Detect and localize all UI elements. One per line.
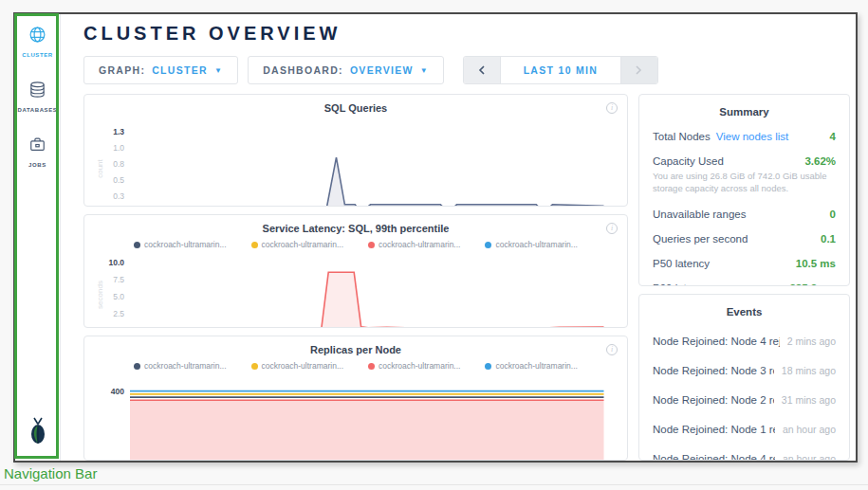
legend-label: cockroach-ultramarin... [262,361,343,371]
svg-text:0.5: 0.5 [113,175,124,185]
event-time: 31 mins ago [782,394,836,406]
chevron-down-icon: ▼ [420,66,429,75]
svg-text:0.8: 0.8 [113,159,124,169]
event-time: an hour ago [783,424,836,435]
legend-dot [134,242,140,248]
chevron-down-icon: ▼ [214,66,223,75]
sidebar-nav: CLUSTER DATABASES JOBS [18,26,58,191]
globe-icon [28,26,46,47]
svg-text:seconds: seconds [96,281,104,309]
summary-value: 0.1 [821,233,836,245]
replicas-per-node-card: Replicas per Nodei cockroach-ultramarin.… [83,336,628,461]
event-text: Node Rejoined: Node 4 rej... [653,336,780,347]
legend-dot [134,363,140,370]
svg-text:0.0: 0.0 [113,326,124,328]
summary-row: P99 latency285.2 ms [653,282,836,287]
summary-row: Unavailable ranges0 [653,209,836,220]
svg-text:2.5: 2.5 [113,309,124,318]
sidebar-item-databases[interactable]: DATABASES [18,81,58,113]
content-columns: SQL Queriesi0.00.30.50.81.01.314:4014:41… [83,94,850,461]
legend-item[interactable]: cockroach-ultramarin... [485,361,577,371]
timerange-prev-button[interactable] [464,57,500,83]
sidebar-item-cluster[interactable]: CLUSTER [18,26,58,58]
view-nodes-link[interactable]: View nodes list [716,131,789,142]
event-row: Node Rejoined: Node 2 rej... 31 mins ago [653,394,836,406]
dashboard-dropdown[interactable]: DASHBOARD: OVERVIEW ▼ [248,56,444,84]
svg-text:10.0: 10.0 [108,259,124,268]
svg-text:1.0: 1.0 [113,143,124,153]
legend-item[interactable]: cockroach-ultramarin... [485,240,577,249]
legend-label: cockroach-ultramarin... [144,240,226,249]
dashboard-dropdown-label: DASHBOARD: [263,64,343,76]
legend-dot [485,242,491,248]
toolbar: GRAPH: CLUSTER ▼ DASHBOARD: OVERVIEW ▼ L… [83,56,850,84]
svg-text:7.5: 7.5 [113,276,124,285]
sidebar-item-jobs[interactable]: JOBS [18,136,58,168]
svg-text:5.0: 5.0 [113,293,124,302]
legend-item[interactable]: cockroach-ultramarin... [368,361,460,371]
chart-title: Service Latency: SQL, 99th percentile [94,223,618,234]
event-text: Node Rejoined: Node 4 rej... [653,453,775,461]
summary-label: P99 latency [653,282,710,287]
timerange-next-button[interactable] [621,57,657,83]
legend-dot [251,242,258,248]
chevron-left-icon [478,65,485,75]
replicas-per-node-chart: 40014:4014:4114:4214:4314:4414:4514:4614… [94,374,618,461]
graph-dropdown[interactable]: GRAPH: CLUSTER ▼ [83,56,238,84]
legend-item[interactable]: cockroach-ultramarin... [251,361,343,371]
summary-label: P50 latency [653,258,710,269]
svg-text:400: 400 [111,387,124,396]
summary-value: 4 [830,131,836,142]
legend-dot [368,242,375,248]
legend-dot [485,363,491,370]
timerange-selector: LAST 10 MIN [463,56,658,84]
summary-label: Total Nodes [653,131,711,142]
sidebar-item-label: JOBS [28,162,46,168]
chart-legend: cockroach-ultramarin... cockroach-ultram… [94,361,618,371]
event-time: 18 mins ago [782,365,836,376]
briefcase-icon [28,136,46,157]
summary-label: Capacity Used [653,155,724,167]
summary-panel: Summary Total NodesView nodes list4Capac… [638,94,850,286]
summary-row: Total NodesView nodes list4 [653,131,836,142]
legend-item[interactable]: cockroach-ultramarin... [251,240,343,249]
event-row: Node Rejoined: Node 1 rej... an hour ago [653,424,836,435]
event-text: Node Rejoined: Node 2 rej... [653,394,774,406]
summary-label: Unavailable ranges [653,209,746,220]
service-latency-sql-99th-percentile-card: Service Latency: SQL, 99th percentilei c… [83,214,628,328]
legend-label: cockroach-ultramarin... [144,361,226,371]
event-row: Node Rejoined: Node 4 rej... 2 mins ago [653,336,836,347]
info-icon[interactable]: i [606,102,618,114]
svg-text:0.3: 0.3 [113,191,124,201]
event-text: Node Rejoined: Node 3 rej... [653,365,774,376]
events-panel: Events Node Rejoined: Node 4 rej... 2 mi… [638,294,850,461]
legend-label: cockroach-ultramarin... [379,240,460,249]
sql-queries-card: SQL Queriesi0.00.30.50.81.01.314:4014:41… [83,94,628,207]
chevron-right-icon [636,65,642,75]
legend-label: cockroach-ultramarin... [379,361,460,371]
legend-item[interactable]: cockroach-ultramarin... [134,361,226,371]
graph-dropdown-label: GRAPH: [99,64,145,76]
summary-subtext: You are using 26.8 GiB of 742.0 GiB usab… [653,170,836,195]
cockroachdb-logo[interactable] [26,417,50,449]
svg-text:1.3: 1.3 [113,127,124,136]
legend-dot [251,363,258,370]
annotation-label: Navigation Bar [4,465,97,481]
legend-item[interactable]: cockroach-ultramarin... [368,240,460,249]
charts-column: SQL Queriesi0.00.30.50.81.01.314:4014:41… [83,94,628,461]
event-time: an hour ago [783,453,836,461]
sql-queries-chart: 0.00.30.50.81.01.314:4014:4114:4214:4314… [94,118,618,207]
graph-dropdown-value: CLUSTER [152,64,208,76]
svg-text:count: count [96,158,104,177]
event-row: Node Rejoined: Node 4 rej... an hour ago [653,453,836,461]
summary-rows: Total NodesView nodes list4Capacity Used… [653,131,836,286]
timerange-label-button[interactable]: LAST 10 MIN [500,57,621,83]
event-row: Node Rejoined: Node 3 rej... 18 mins ago [653,365,836,376]
chart-legend: cockroach-ultramarin... cockroach-ultram… [94,240,618,249]
event-text: Node Rejoined: Node 1 rej... [653,424,775,435]
right-column: Summary Total NodesView nodes list4Capac… [638,94,850,461]
service-latency-sql-99th-percentile-chart: 0.02.55.07.510.014:4014:4114:4214:4314:4… [94,253,618,328]
summary-row: P50 latency10.5 ms [653,258,836,269]
sidebar-item-label: DATABASES [18,107,58,113]
legend-item[interactable]: cockroach-ultramarin... [134,240,226,249]
